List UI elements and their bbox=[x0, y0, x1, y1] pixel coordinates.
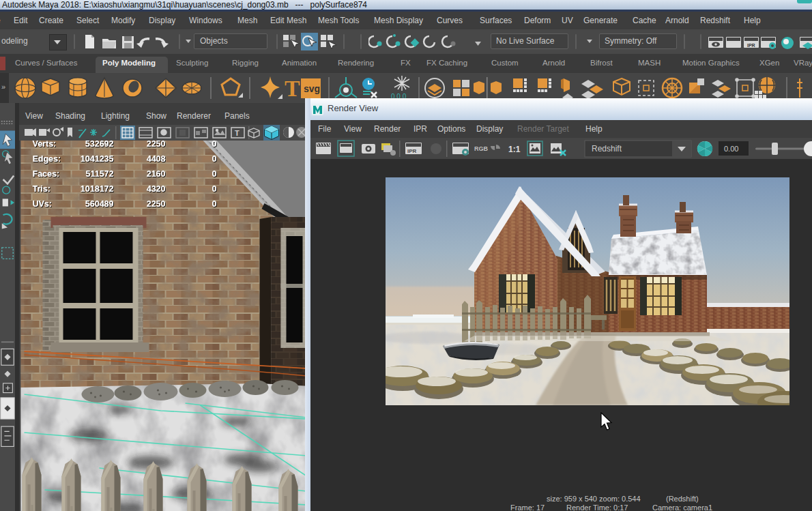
svg-text:532692: 532692 bbox=[85, 141, 114, 149]
svg-text:UVs:: UVs: bbox=[33, 199, 52, 209]
svg-text:0: 0 bbox=[212, 199, 217, 209]
svg-text:T: T bbox=[235, 129, 240, 137]
svg-text:4320: 4320 bbox=[147, 184, 166, 194]
svg-text:560489: 560489 bbox=[85, 199, 114, 209]
svg-text:IPR: IPR bbox=[407, 148, 417, 154]
svg-text:svg: svg bbox=[304, 83, 320, 94]
svg-text:1018172: 1018172 bbox=[81, 184, 114, 194]
svg-text:2160: 2160 bbox=[147, 169, 166, 179]
svg-text:Edges:: Edges: bbox=[33, 154, 61, 164]
svg-text:Redshift: Redshift bbox=[592, 144, 622, 154]
svg-text:T: T bbox=[285, 76, 300, 101]
svg-text:0: 0 bbox=[212, 154, 217, 164]
svg-text:4408: 4408 bbox=[147, 154, 166, 164]
svg-text:Tris:: Tris: bbox=[33, 184, 50, 194]
svg-text:IPR: IPR bbox=[747, 43, 755, 48]
svg-text:1:1: 1:1 bbox=[508, 145, 521, 154]
svg-text:0.00: 0.00 bbox=[724, 145, 738, 153]
svg-text:1041235: 1041235 bbox=[81, 154, 114, 164]
svg-text:2250: 2250 bbox=[147, 141, 166, 149]
svg-text:2250: 2250 bbox=[147, 199, 166, 209]
svg-text:511572: 511572 bbox=[85, 169, 113, 179]
svg-text:0: 0 bbox=[212, 169, 217, 179]
svg-text:RGB: RGB bbox=[474, 145, 489, 152]
svg-text:0: 0 bbox=[212, 184, 217, 194]
svg-text:0: 0 bbox=[212, 141, 217, 149]
svg-text:Verts:: Verts: bbox=[33, 141, 57, 149]
svg-text:Faces:: Faces: bbox=[33, 169, 60, 179]
